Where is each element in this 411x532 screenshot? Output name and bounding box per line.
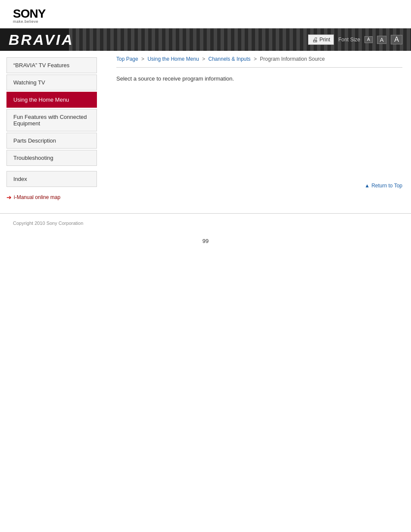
sony-brand: SONY bbox=[13, 8, 398, 20]
arrow-icon: ➔ bbox=[6, 194, 12, 201]
sidebar-item-fun-features[interactable]: Fun Features with Connected Equipment bbox=[6, 109, 97, 131]
top-divider bbox=[116, 67, 402, 68]
manual-link-label: i-Manual online map bbox=[14, 194, 60, 200]
print-label: Print bbox=[320, 37, 330, 43]
breadcrumb-top[interactable]: Top Page bbox=[116, 56, 138, 62]
breadcrumb-channels[interactable]: Channels & Inputs bbox=[209, 56, 251, 62]
bravia-banner: BRAVIA 🖨 Print Font Size A A A bbox=[0, 28, 411, 51]
content-spacer bbox=[116, 92, 402, 178]
breadcrumb-home-menu[interactable]: Using the Home Menu bbox=[147, 56, 199, 62]
bravia-title: BRAVIA bbox=[9, 31, 74, 48]
breadcrumb-current: Program Information Source bbox=[260, 56, 325, 62]
font-large-button[interactable]: A bbox=[391, 35, 402, 44]
breadcrumb-sep2: > bbox=[202, 56, 205, 62]
return-to-top: ▲ Return to Top bbox=[116, 178, 402, 193]
breadcrumb-sep1: > bbox=[141, 56, 144, 62]
body-text: Select a source to receive program infor… bbox=[116, 75, 402, 84]
print-button[interactable]: 🖨 Print bbox=[308, 34, 334, 45]
copyright: Copyright 2010 Sony Corporation bbox=[0, 217, 411, 229]
triangle-icon: ▲ bbox=[364, 183, 370, 189]
sidebar: “BRAVIA” TV Features Watching TV Using t… bbox=[0, 51, 103, 210]
sidebar-index[interactable]: Index bbox=[6, 171, 97, 187]
content-area: Top Page > Using the Home Menu > Channel… bbox=[103, 51, 411, 210]
sidebar-item-using-home-menu[interactable]: Using the Home Menu bbox=[6, 92, 97, 108]
print-icon: 🖨 bbox=[312, 36, 318, 43]
sony-tagline: make.believe bbox=[13, 20, 398, 24]
font-size-label: Font Size bbox=[338, 37, 360, 43]
sidebar-item-troubleshooting[interactable]: Troubleshooting bbox=[6, 150, 97, 166]
font-medium-button[interactable]: A bbox=[377, 36, 387, 44]
manual-link[interactable]: ➔ i-Manual online map bbox=[0, 191, 103, 203]
main-container: “BRAVIA” TV Features Watching TV Using t… bbox=[0, 51, 411, 210]
return-to-top-label: Return to Top bbox=[371, 183, 402, 189]
banner-controls: 🖨 Print Font Size A A A bbox=[308, 34, 402, 45]
sidebar-item-bravia-features[interactable]: “BRAVIA” TV Features bbox=[6, 57, 97, 73]
sony-logo: SONY make.believe bbox=[13, 8, 398, 24]
header: SONY make.believe bbox=[0, 0, 411, 28]
breadcrumb-sep3: > bbox=[254, 56, 257, 62]
sidebar-item-watching-tv[interactable]: Watching TV bbox=[6, 75, 97, 90]
bottom-divider bbox=[0, 213, 411, 214]
font-small-button[interactable]: A bbox=[364, 36, 373, 43]
sidebar-item-parts-description[interactable]: Parts Description bbox=[6, 133, 97, 149]
page-number: 99 bbox=[0, 229, 411, 257]
return-to-top-link[interactable]: ▲ Return to Top bbox=[364, 183, 402, 189]
breadcrumb: Top Page > Using the Home Menu > Channel… bbox=[116, 51, 402, 65]
